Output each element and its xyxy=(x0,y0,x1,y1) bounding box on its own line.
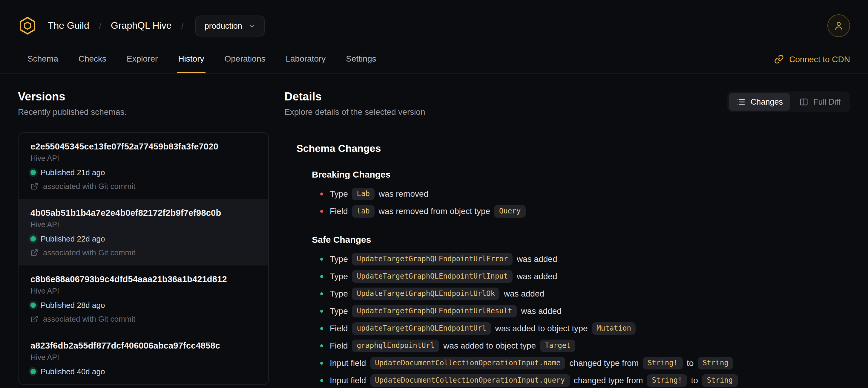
version-hash: c8b6e88a06793b9c4dfd54aaa21b36a1b421d812 xyxy=(30,274,256,285)
target-selector[interactable]: production xyxy=(196,15,265,36)
change-text: Field xyxy=(330,341,350,350)
bullet-dot xyxy=(320,327,323,330)
details-header: Details Explore details of the selected … xyxy=(284,90,850,117)
tab-schema[interactable]: Schema xyxy=(26,46,59,73)
version-status: Published 40d ago xyxy=(30,367,256,376)
breadcrumb-separator: / xyxy=(99,21,101,31)
code-chip: Target xyxy=(540,339,576,352)
tab-checks[interactable]: Checks xyxy=(78,46,107,73)
change-row-content: Type UpdateTargetGraphQLEndpointUrlResul… xyxy=(330,302,562,320)
code-chip: UpdateTargetGraphQLEndpointUrlError xyxy=(352,253,513,265)
versions-list: e2e55045345ce13fe07f52a77459b83fa3fe7020… xyxy=(18,132,269,385)
tab-operations[interactable]: Operations xyxy=(223,46,267,73)
published-text: Published 21d ago xyxy=(41,168,105,177)
change-row-content: Field graphqlEndpointUrl was added to ob… xyxy=(330,337,577,355)
change-text: Input field xyxy=(330,358,368,368)
split-columns-icon xyxy=(800,97,809,107)
external-link-icon xyxy=(30,249,38,257)
details-subtitle: Explore details of the selected version xyxy=(284,107,425,117)
version-card[interactable]: 4b05ab51b1b4a7e2e4b0ef82172f2b9f7ef98c0b… xyxy=(19,199,268,265)
change-text: was added xyxy=(519,306,562,316)
code-chip: UpdateTargetGraphQLEndpointUrlOk xyxy=(352,288,500,300)
version-card[interactable]: a823f6db2a55df877dcf406006abca97fcc4858c… xyxy=(19,332,268,384)
tab-label: Explorer xyxy=(127,54,158,63)
version-service: Hive API xyxy=(30,154,256,162)
code-chip: lab xyxy=(352,205,374,218)
version-hash: e2e55045345ce13fe07f52a77459b83fa3fe7020 xyxy=(30,141,256,152)
versions-panel: Versions Recently published schemas. e2e… xyxy=(18,90,269,388)
code-chip: UpdateTargetGraphQLEndpointUrlResult xyxy=(352,305,517,318)
breaking-changes-group: Breaking Changes Type Lab was removed Fi… xyxy=(296,169,850,220)
user-avatar[interactable] xyxy=(827,14,850,37)
full-diff-view-button[interactable]: Full Diff xyxy=(792,93,848,111)
change-row: Field graphqlEndpointUrl was added to ob… xyxy=(320,337,850,355)
version-git-link[interactable]: associated with Git commit xyxy=(30,315,256,323)
change-row-content: Input field UpdateDocumentCollectionOper… xyxy=(330,372,739,388)
change-row: Field lab was removed from object type Q… xyxy=(320,203,850,220)
change-text: to xyxy=(684,358,696,368)
versions-title: Versions xyxy=(18,90,269,103)
change-row-content: Field updateTargetGraphQLEndpointUrl was… xyxy=(330,320,638,337)
change-text: Type xyxy=(330,271,350,281)
bullet-dot xyxy=(320,292,323,295)
versions-subtitle: Recently published schemas. xyxy=(18,107,269,117)
safe-changes-group: Safe Changes Type UpdateTargetGraphQLEnd… xyxy=(296,234,850,388)
change-text: Type xyxy=(330,306,350,316)
code-chip: UpdateDocumentCollectionOperationInput.q… xyxy=(370,374,569,387)
change-text: Type xyxy=(330,254,350,264)
tab-label: Settings xyxy=(346,54,376,63)
schema-changes-title: Schema Changes xyxy=(296,143,850,155)
details-panel: Details Explore details of the selected … xyxy=(284,90,850,388)
change-text: was added to object type xyxy=(493,323,590,333)
person-icon xyxy=(833,20,844,31)
hive-logo-icon[interactable] xyxy=(18,16,37,35)
published-text: Published 28d ago xyxy=(41,301,105,310)
connect-cdn-link[interactable]: Connect to CDN xyxy=(774,46,850,73)
safe-changes-title: Safe Changes xyxy=(312,234,850,244)
version-hash: 4b05ab51b1b4a7e2e4b0ef82172f2b9f7ef98c0b xyxy=(30,207,256,219)
code-chip: String! xyxy=(643,357,683,369)
tab-label: Operations xyxy=(225,54,266,63)
change-row: Input field UpdateDocumentCollectionOper… xyxy=(320,355,850,372)
link-icon xyxy=(774,54,784,64)
git-commit-text: associated with Git commit xyxy=(43,182,135,191)
change-text: was added xyxy=(501,289,544,298)
nav-tabs: SchemaChecksExplorerHistoryOperationsLab… xyxy=(18,46,377,73)
chevron-down-icon xyxy=(248,22,256,30)
tab-history[interactable]: History xyxy=(177,46,205,73)
version-git-link[interactable]: associated with Git commit xyxy=(30,182,256,191)
change-text: Input field xyxy=(330,376,368,385)
tab-settings[interactable]: Settings xyxy=(345,46,377,73)
version-git-link[interactable]: associated with Git commit xyxy=(30,248,256,257)
published-status-dot xyxy=(30,302,36,308)
code-chip: UpdateTargetGraphQLEndpointUrlInput xyxy=(352,270,513,283)
tab-laboratory[interactable]: Laboratory xyxy=(284,46,327,73)
bullet-dot xyxy=(320,362,323,365)
bullet-dot xyxy=(320,210,323,213)
version-card[interactable]: c8b6e88a06793b9c4dfd54aaa21b36a1b421d812… xyxy=(19,265,268,332)
change-row-content: Type UpdateTargetGraphQLEndpointUrlOk wa… xyxy=(330,285,544,302)
tab-label: Laboratory xyxy=(285,54,326,63)
full-diff-view-label: Full Diff xyxy=(813,97,840,107)
change-row: Type UpdateTargetGraphQLEndpointUrlResul… xyxy=(320,302,850,320)
breaking-changes-list: Type Lab was removed Field lab was remov… xyxy=(296,185,850,220)
change-text: was added xyxy=(514,254,557,264)
header-top-row: The Guild / GraphQL Hive / production xyxy=(0,0,868,46)
details-title: Details xyxy=(284,90,425,103)
external-link-icon xyxy=(30,315,38,323)
breadcrumb-org[interactable]: The Guild xyxy=(48,20,89,31)
bullet-dot xyxy=(320,310,323,313)
main-content: Versions Recently published schemas. e2e… xyxy=(0,73,868,388)
breadcrumb-project[interactable]: GraphQL Hive xyxy=(111,20,172,31)
changes-view-label: Changes xyxy=(751,97,783,107)
app: The Guild / GraphQL Hive / production Sc… xyxy=(0,0,868,388)
published-text: Published 40d ago xyxy=(41,367,105,376)
published-text: Published 22d ago xyxy=(41,234,105,243)
version-service: Hive API xyxy=(30,220,256,229)
tab-explorer[interactable]: Explorer xyxy=(125,46,159,73)
external-link-icon xyxy=(30,182,38,190)
safe-changes-list: Type UpdateTargetGraphQLEndpointUrlError… xyxy=(296,250,850,388)
changes-view-button[interactable]: Changes xyxy=(729,93,790,111)
version-card[interactable]: e2e55045345ce13fe07f52a77459b83fa3fe7020… xyxy=(19,133,268,199)
change-text: changed type from xyxy=(571,376,646,385)
